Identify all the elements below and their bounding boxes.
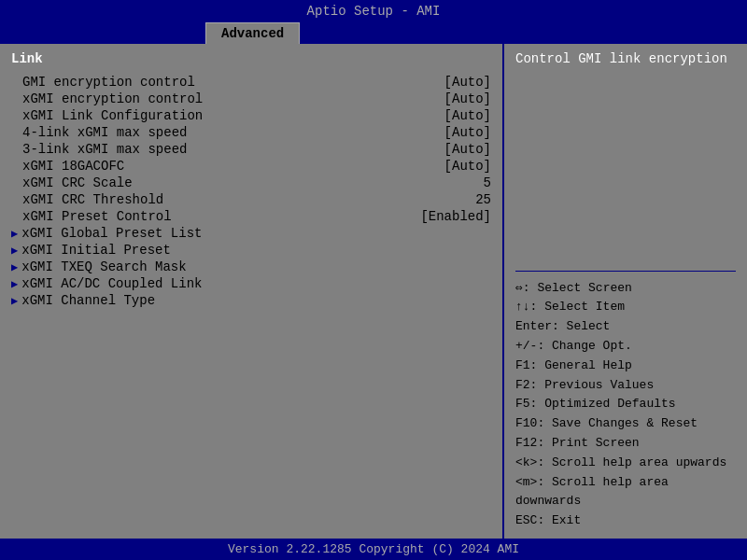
menu-item[interactable]: xGMI 18GACOFC[Auto] <box>11 158 491 175</box>
item-label: xGMI Link Configuration <box>11 108 203 123</box>
item-label: ▶ xGMI Channel Type <box>11 293 155 308</box>
menu-item[interactable]: 4-link xGMI max speed[Auto] <box>11 124 491 141</box>
right-panel: Control GMI link encryption ⇔: Select Sc… <box>504 44 747 539</box>
key-help-item: F12: Print Screen <box>515 434 736 454</box>
submenu-arrow-icon: ▶ <box>11 227 18 241</box>
item-label: GMI encryption control <box>11 75 195 90</box>
footer: Version 2.22.1285 Copyright (C) 2024 AMI <box>0 539 747 560</box>
menu-item[interactable]: GMI encryption control[Auto] <box>11 74 491 91</box>
help-text: Control GMI link encryption <box>515 51 736 263</box>
key-help-item: F2: Previous Values <box>515 376 736 396</box>
submenu-arrow-icon: ▶ <box>11 277 18 291</box>
key-help-item: F5: Optimized Defaults <box>515 395 736 414</box>
menu-item[interactable]: ▶ xGMI TXEQ Search Mask <box>11 259 491 275</box>
main-content: Link GMI encryption control[Auto]xGMI en… <box>0 44 747 539</box>
left-panel: Link GMI encryption control[Auto]xGMI en… <box>0 44 504 539</box>
menu-item[interactable]: 3-link xGMI max speed[Auto] <box>11 141 491 158</box>
submenu-arrow-icon: ▶ <box>11 260 18 274</box>
item-label: xGMI CRC Threshold <box>11 192 163 207</box>
item-value: 25 <box>475 192 491 207</box>
item-value: [Auto] <box>444 91 491 106</box>
submenu-arrow-icon: ▶ <box>11 294 18 308</box>
menu-item[interactable]: ▶ xGMI AC/DC Coupled Link <box>11 275 491 292</box>
item-label: xGMI encryption control <box>11 91 203 106</box>
item-label: ▶ xGMI AC/DC Coupled Link <box>11 276 202 291</box>
key-help-item: <k>: Scroll help area upwards <box>515 454 736 473</box>
item-value: [Auto] <box>444 159 491 174</box>
section-title: Link <box>11 51 491 66</box>
key-help-item: <m>: Scroll help area downwards <box>515 473 736 512</box>
app-title: Aptio Setup - AMI <box>307 4 441 19</box>
key-help-item: Enter: Select <box>515 317 736 337</box>
key-help-item: F10: Save Changes & Reset <box>515 414 736 434</box>
key-help-item: ↑↓: Select Item <box>515 298 736 317</box>
menu-item[interactable]: xGMI CRC Scale5 <box>11 175 491 191</box>
submenu-arrow-icon: ▶ <box>11 244 18 258</box>
menu-item[interactable]: ▶ xGMI Initial Preset <box>11 242 491 259</box>
menu-item[interactable]: ▶ xGMI Global Preset List <box>11 225 491 242</box>
item-label: xGMI CRC Scale <box>11 175 133 190</box>
item-label: ▶ xGMI Initial Preset <box>11 243 171 258</box>
divider <box>515 271 736 272</box>
key-help-item: +/-: Change Opt. <box>515 337 736 357</box>
app: Aptio Setup - AMI Advanced Link GMI encr… <box>0 0 747 560</box>
item-label: xGMI Preset Control <box>11 209 172 224</box>
menu-item[interactable]: ▶ xGMI Channel Type <box>11 292 491 309</box>
item-label: xGMI 18GACOFC <box>11 159 124 174</box>
footer-text: Version 2.22.1285 Copyright (C) 2024 AMI <box>228 542 519 556</box>
menu-item[interactable]: xGMI Link Configuration[Auto] <box>11 107 491 124</box>
key-help: ⇔: Select Screen↑↓: Select ItemEnter: Se… <box>515 279 736 531</box>
key-help-item: F1: General Help <box>515 357 736 376</box>
menu-item[interactable]: xGMI Preset Control[Enabled] <box>11 208 491 225</box>
item-value: [Auto] <box>444 108 491 123</box>
item-value: [Auto] <box>444 142 491 157</box>
item-label: 4-link xGMI max speed <box>11 125 187 140</box>
key-help-item: ESC: Exit <box>515 511 736 531</box>
item-value: 5 <box>484 175 491 190</box>
key-help-item: ⇔: Select Screen <box>515 279 736 299</box>
tab-advanced[interactable]: Advanced <box>205 22 300 44</box>
item-label: 3-link xGMI max speed <box>11 142 187 157</box>
item-label: ▶ xGMI TXEQ Search Mask <box>11 259 187 274</box>
title-bar: Aptio Setup - AMI <box>0 0 747 22</box>
tab-bar: Advanced <box>0 22 747 44</box>
item-value: [Auto] <box>444 75 491 90</box>
menu-item[interactable]: xGMI CRC Threshold25 <box>11 191 491 208</box>
item-value: [Enabled] <box>420 209 491 224</box>
item-label: ▶ xGMI Global Preset List <box>11 226 202 241</box>
item-value: [Auto] <box>444 125 491 140</box>
menu-item[interactable]: xGMI encryption control[Auto] <box>11 91 491 107</box>
